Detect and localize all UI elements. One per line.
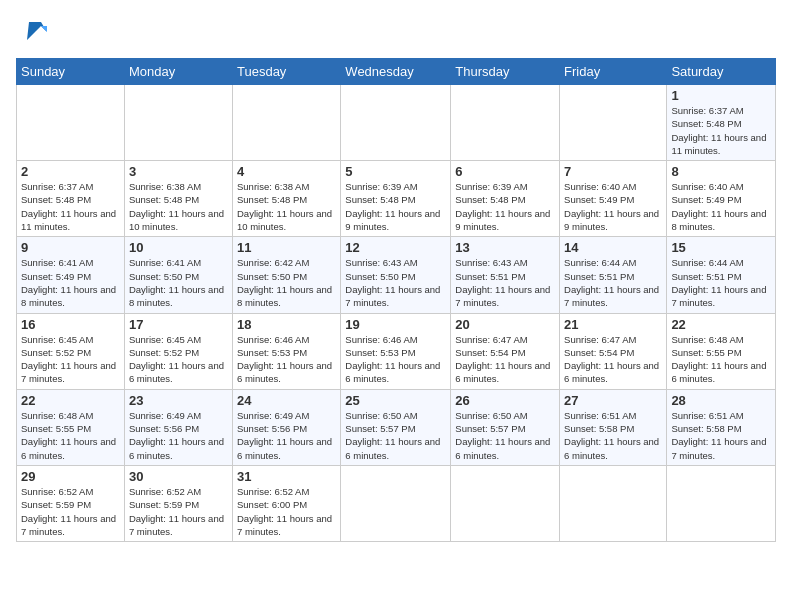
day-info: Sunrise: 6:50 AMSunset: 5:57 PMDaylight:…: [455, 409, 555, 462]
day-info: Sunrise: 6:49 AMSunset: 5:56 PMDaylight:…: [237, 409, 336, 462]
calendar-cell: [232, 85, 340, 161]
calendar-cell: 27Sunrise: 6:51 AMSunset: 5:58 PMDayligh…: [560, 389, 667, 465]
calendar-cell: 12Sunrise: 6:43 AMSunset: 5:50 PMDayligh…: [341, 237, 451, 313]
calendar-cell: 29Sunrise: 6:52 AMSunset: 5:59 PMDayligh…: [17, 465, 125, 541]
calendar-cell: 1Sunrise: 6:37 AMSunset: 5:48 PMDaylight…: [667, 85, 776, 161]
day-info: Sunrise: 6:44 AMSunset: 5:51 PMDaylight:…: [564, 256, 662, 309]
day-info: Sunrise: 6:43 AMSunset: 5:51 PMDaylight:…: [455, 256, 555, 309]
day-number: 17: [129, 317, 228, 332]
day-number: 30: [129, 469, 228, 484]
day-number: 27: [564, 393, 662, 408]
calendar-cell: 13Sunrise: 6:43 AMSunset: 5:51 PMDayligh…: [451, 237, 560, 313]
day-number: 18: [237, 317, 336, 332]
day-number: 9: [21, 240, 120, 255]
svg-marker-0: [27, 22, 47, 40]
calendar-week-2: 2Sunrise: 6:37 AMSunset: 5:48 PMDaylight…: [17, 161, 776, 237]
day-number: 4: [237, 164, 336, 179]
day-info: Sunrise: 6:47 AMSunset: 5:54 PMDaylight:…: [455, 333, 555, 386]
day-number: 31: [237, 469, 336, 484]
day-number: 7: [564, 164, 662, 179]
page-header: [16, 16, 776, 46]
day-number: 12: [345, 240, 446, 255]
calendar-week-6: 29Sunrise: 6:52 AMSunset: 5:59 PMDayligh…: [17, 465, 776, 541]
day-number: 24: [237, 393, 336, 408]
calendar-cell: [124, 85, 232, 161]
day-number: 10: [129, 240, 228, 255]
day-info: Sunrise: 6:41 AMSunset: 5:50 PMDaylight:…: [129, 256, 228, 309]
calendar-cell: 26Sunrise: 6:50 AMSunset: 5:57 PMDayligh…: [451, 389, 560, 465]
calendar-cell: 31Sunrise: 6:52 AMSunset: 6:00 PMDayligh…: [232, 465, 340, 541]
logo: [16, 16, 49, 46]
calendar-week-3: 9Sunrise: 6:41 AMSunset: 5:49 PMDaylight…: [17, 237, 776, 313]
calendar-cell: 7Sunrise: 6:40 AMSunset: 5:49 PMDaylight…: [560, 161, 667, 237]
day-number: 21: [564, 317, 662, 332]
calendar-cell: 20Sunrise: 6:47 AMSunset: 5:54 PMDayligh…: [451, 313, 560, 389]
day-number: 28: [671, 393, 771, 408]
header-thursday: Thursday: [451, 59, 560, 85]
calendar-week-5: 22Sunrise: 6:48 AMSunset: 5:55 PMDayligh…: [17, 389, 776, 465]
day-number: 6: [455, 164, 555, 179]
day-info: Sunrise: 6:37 AMSunset: 5:48 PMDaylight:…: [671, 104, 771, 157]
calendar-cell: [17, 85, 125, 161]
day-info: Sunrise: 6:38 AMSunset: 5:48 PMDaylight:…: [237, 180, 336, 233]
calendar-cell: 15Sunrise: 6:44 AMSunset: 5:51 PMDayligh…: [667, 237, 776, 313]
day-info: Sunrise: 6:52 AMSunset: 5:59 PMDaylight:…: [21, 485, 120, 538]
day-info: Sunrise: 6:51 AMSunset: 5:58 PMDaylight:…: [564, 409, 662, 462]
calendar-cell: 23Sunrise: 6:49 AMSunset: 5:56 PMDayligh…: [124, 389, 232, 465]
day-info: Sunrise: 6:39 AMSunset: 5:48 PMDaylight:…: [455, 180, 555, 233]
day-info: Sunrise: 6:44 AMSunset: 5:51 PMDaylight:…: [671, 256, 771, 309]
day-info: Sunrise: 6:52 AMSunset: 6:00 PMDaylight:…: [237, 485, 336, 538]
day-number: 23: [129, 393, 228, 408]
header-monday: Monday: [124, 59, 232, 85]
calendar-cell: [667, 465, 776, 541]
calendar-cell: [451, 85, 560, 161]
calendar-cell: [560, 85, 667, 161]
calendar-cell: 24Sunrise: 6:49 AMSunset: 5:56 PMDayligh…: [232, 389, 340, 465]
day-number: 8: [671, 164, 771, 179]
day-info: Sunrise: 6:50 AMSunset: 5:57 PMDaylight:…: [345, 409, 446, 462]
day-info: Sunrise: 6:51 AMSunset: 5:58 PMDaylight:…: [671, 409, 771, 462]
calendar-cell: [341, 465, 451, 541]
day-number: 1: [671, 88, 771, 103]
day-info: Sunrise: 6:38 AMSunset: 5:48 PMDaylight:…: [129, 180, 228, 233]
day-info: Sunrise: 6:47 AMSunset: 5:54 PMDaylight:…: [564, 333, 662, 386]
header-saturday: Saturday: [667, 59, 776, 85]
day-number: 2: [21, 164, 120, 179]
calendar-cell: 11Sunrise: 6:42 AMSunset: 5:50 PMDayligh…: [232, 237, 340, 313]
calendar-cell: [560, 465, 667, 541]
day-info: Sunrise: 6:37 AMSunset: 5:48 PMDaylight:…: [21, 180, 120, 233]
day-number: 14: [564, 240, 662, 255]
day-info: Sunrise: 6:41 AMSunset: 5:49 PMDaylight:…: [21, 256, 120, 309]
calendar-cell: 22Sunrise: 6:48 AMSunset: 5:55 PMDayligh…: [667, 313, 776, 389]
calendar-cell: 3Sunrise: 6:38 AMSunset: 5:48 PMDaylight…: [124, 161, 232, 237]
day-number: 22: [21, 393, 120, 408]
calendar-cell: 5Sunrise: 6:39 AMSunset: 5:48 PMDaylight…: [341, 161, 451, 237]
day-info: Sunrise: 6:48 AMSunset: 5:55 PMDaylight:…: [671, 333, 771, 386]
day-number: 3: [129, 164, 228, 179]
logo-icon: [19, 16, 49, 46]
calendar-cell: 28Sunrise: 6:51 AMSunset: 5:58 PMDayligh…: [667, 389, 776, 465]
day-number: 26: [455, 393, 555, 408]
calendar-cell: [341, 85, 451, 161]
day-number: 15: [671, 240, 771, 255]
day-info: Sunrise: 6:40 AMSunset: 5:49 PMDaylight:…: [564, 180, 662, 233]
header-tuesday: Tuesday: [232, 59, 340, 85]
day-info: Sunrise: 6:45 AMSunset: 5:52 PMDaylight:…: [21, 333, 120, 386]
calendar-cell: 9Sunrise: 6:41 AMSunset: 5:49 PMDaylight…: [17, 237, 125, 313]
calendar-cell: 18Sunrise: 6:46 AMSunset: 5:53 PMDayligh…: [232, 313, 340, 389]
calendar-week-4: 16Sunrise: 6:45 AMSunset: 5:52 PMDayligh…: [17, 313, 776, 389]
day-info: Sunrise: 6:43 AMSunset: 5:50 PMDaylight:…: [345, 256, 446, 309]
day-number: 16: [21, 317, 120, 332]
calendar-cell: 14Sunrise: 6:44 AMSunset: 5:51 PMDayligh…: [560, 237, 667, 313]
svg-marker-1: [41, 26, 47, 32]
calendar-cell: 2Sunrise: 6:37 AMSunset: 5:48 PMDaylight…: [17, 161, 125, 237]
calendar-cell: 6Sunrise: 6:39 AMSunset: 5:48 PMDaylight…: [451, 161, 560, 237]
day-number: 19: [345, 317, 446, 332]
day-number: 20: [455, 317, 555, 332]
day-info: Sunrise: 6:48 AMSunset: 5:55 PMDaylight:…: [21, 409, 120, 462]
calendar-cell: 17Sunrise: 6:45 AMSunset: 5:52 PMDayligh…: [124, 313, 232, 389]
calendar-cell: 19Sunrise: 6:46 AMSunset: 5:53 PMDayligh…: [341, 313, 451, 389]
day-info: Sunrise: 6:46 AMSunset: 5:53 PMDaylight:…: [237, 333, 336, 386]
calendar-header-row: SundayMondayTuesdayWednesdayThursdayFrid…: [17, 59, 776, 85]
calendar-cell: [451, 465, 560, 541]
